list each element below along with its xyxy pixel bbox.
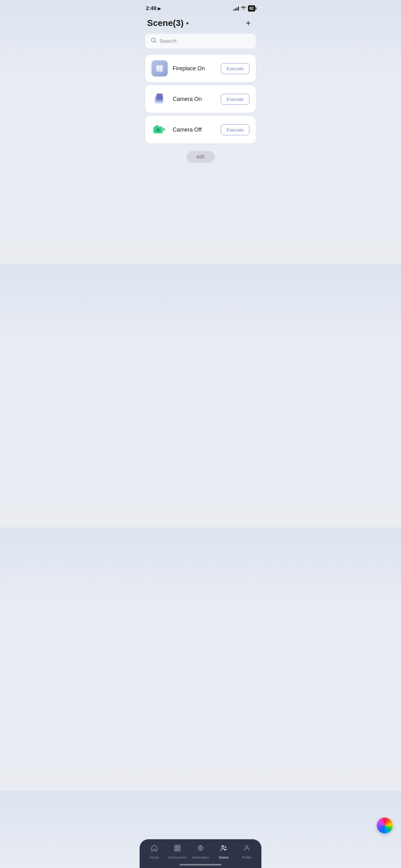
svg-rect-8 bbox=[157, 93, 163, 100]
edit-section: edit bbox=[140, 151, 261, 163]
scene-name-camera-on: Camera On bbox=[173, 96, 202, 102]
search-bar[interactable]: Search bbox=[145, 34, 256, 49]
scenes-list: Fireplace On Execute Camera On Execute bbox=[140, 55, 261, 144]
svg-point-11 bbox=[157, 129, 159, 131]
status-time: 2:48 ▶ bbox=[146, 5, 161, 11]
camera-on-icon bbox=[152, 91, 168, 107]
header: Scene(3) ▾ + bbox=[140, 15, 261, 34]
scene-name-camera-off: Camera Off bbox=[173, 127, 202, 133]
signal-icon bbox=[233, 6, 239, 11]
execute-button-camera-off[interactable]: Execute bbox=[221, 124, 249, 135]
scene-item-camera-off: Camera Off Execute bbox=[145, 116, 256, 144]
dropdown-arrow-icon[interactable]: ▾ bbox=[186, 20, 189, 26]
add-scene-button[interactable]: + bbox=[243, 18, 254, 29]
svg-rect-4 bbox=[160, 66, 162, 68]
svg-marker-13 bbox=[163, 128, 166, 131]
battery-icon: 82 bbox=[248, 5, 255, 11]
svg-rect-5 bbox=[160, 69, 162, 71]
wifi-icon bbox=[241, 6, 246, 11]
scene-item-fireplace-on: Fireplace On Execute bbox=[145, 55, 256, 82]
fireplace-on-icon bbox=[152, 60, 168, 76]
scene-item-camera-on: Camera On Execute bbox=[145, 85, 256, 113]
svg-rect-12 bbox=[156, 125, 159, 127]
execute-button-fireplace-on[interactable]: Execute bbox=[221, 63, 249, 74]
search-icon bbox=[151, 37, 157, 45]
edit-button[interactable]: edit bbox=[187, 151, 214, 163]
svg-rect-3 bbox=[157, 66, 159, 70]
camera-off-icon bbox=[152, 122, 168, 138]
location-icon: ▶ bbox=[158, 6, 161, 11]
plus-icon: + bbox=[246, 19, 251, 28]
page-title: Scene(3) bbox=[147, 18, 183, 28]
status-bar: 2:48 ▶ 82 bbox=[140, 0, 261, 15]
execute-button-camera-on[interactable]: Execute bbox=[221, 94, 249, 105]
scene-name-fireplace-on: Fireplace On bbox=[173, 65, 205, 72]
header-title[interactable]: Scene(3) ▾ bbox=[147, 18, 189, 28]
svg-line-1 bbox=[155, 41, 156, 43]
status-icons: 82 bbox=[233, 5, 255, 11]
search-placeholder: Search bbox=[160, 38, 176, 44]
